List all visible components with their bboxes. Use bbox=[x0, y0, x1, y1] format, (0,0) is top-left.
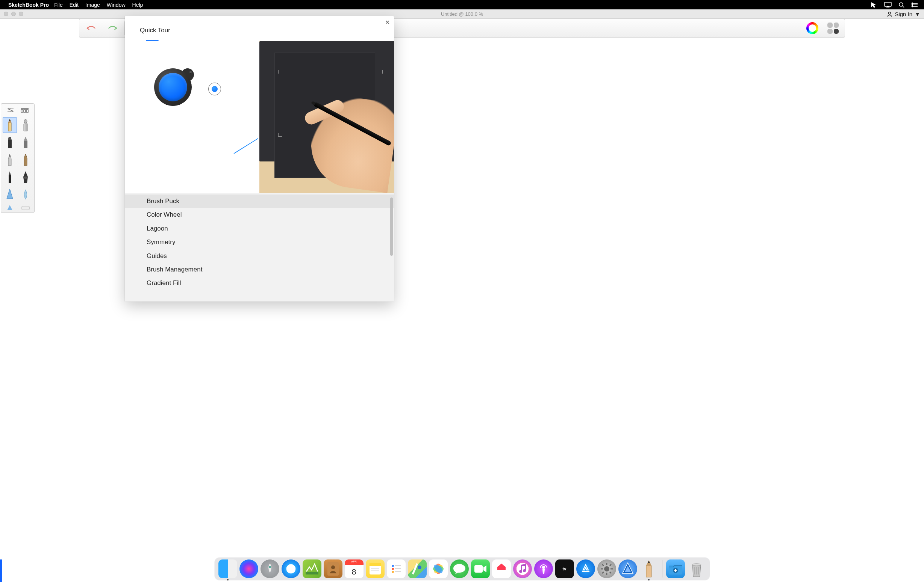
svg-point-46 bbox=[604, 566, 609, 572]
redo-button[interactable] bbox=[102, 21, 122, 35]
svg-point-45 bbox=[542, 566, 545, 569]
calendar-month: APR bbox=[345, 559, 363, 565]
dock-app-store[interactable] bbox=[576, 559, 595, 578]
svg-point-38 bbox=[417, 566, 421, 569]
spotlight-search-icon[interactable] bbox=[898, 2, 904, 8]
color-wheel-button[interactable] bbox=[803, 21, 822, 35]
svg-point-32 bbox=[392, 565, 394, 567]
close-icon: ✕ bbox=[385, 19, 390, 26]
brush-marker[interactable] bbox=[3, 135, 17, 150]
quick-tour-list-scroll[interactable]: Brush Puck Color Wheel Lagoon Symmetry G… bbox=[125, 193, 394, 301]
brush-smudge[interactable] bbox=[18, 186, 33, 202]
menubar-window[interactable]: Window bbox=[107, 2, 125, 8]
brush-ink[interactable] bbox=[18, 169, 33, 185]
dock-launchpad[interactable] bbox=[261, 559, 279, 578]
messages-icon bbox=[453, 563, 466, 575]
dock-xcode[interactable] bbox=[619, 559, 637, 578]
podcasts-icon bbox=[537, 562, 550, 575]
control-center-icon[interactable] bbox=[911, 2, 918, 8]
svg-point-12 bbox=[11, 110, 12, 112]
macos-menubar: SketchBook Pro File Edit Image Window He… bbox=[0, 0, 924, 9]
dock-photos[interactable] bbox=[429, 559, 448, 578]
tablet-demo-video bbox=[259, 41, 394, 193]
scrollbar-thumb[interactable] bbox=[390, 197, 393, 256]
dock-maps[interactable] bbox=[408, 559, 427, 578]
gear-icon bbox=[600, 562, 614, 575]
dock-safari[interactable] bbox=[282, 559, 300, 578]
close-button[interactable]: ✕ bbox=[383, 18, 391, 26]
panels-layout-icon bbox=[827, 23, 839, 34]
desktop: Untitled @ 100.0 % Sign In ▼ bbox=[0, 9, 924, 582]
dock-music[interactable] bbox=[513, 559, 532, 578]
undo-button[interactable] bbox=[82, 21, 101, 35]
tour-item-color-wheel[interactable]: Color Wheel bbox=[125, 208, 394, 222]
paint-icon bbox=[5, 187, 15, 201]
tour-item-symmetry[interactable]: Symmetry bbox=[125, 235, 394, 249]
brush-paint[interactable] bbox=[3, 186, 17, 202]
tour-item-lagoon[interactable]: Lagoon bbox=[125, 222, 394, 235]
brush-fine-liner[interactable] bbox=[3, 169, 17, 185]
assistive-cursor-icon[interactable] bbox=[871, 2, 878, 8]
tour-item-brush-puck[interactable]: Brush Puck bbox=[125, 194, 394, 208]
svg-rect-13 bbox=[21, 110, 23, 112]
brush-settings-icon[interactable] bbox=[7, 107, 14, 114]
dock-system-preferences[interactable] bbox=[597, 559, 616, 578]
brush-ballpoint[interactable] bbox=[3, 152, 17, 168]
menubar-file[interactable]: File bbox=[54, 2, 63, 8]
dock-messages[interactable] bbox=[450, 559, 469, 578]
brush-eraser[interactable] bbox=[18, 204, 33, 212]
pencil-icon bbox=[5, 118, 15, 132]
dock-trash[interactable] bbox=[687, 559, 706, 578]
dock-downloads[interactable] bbox=[666, 559, 685, 578]
color-puck-icon bbox=[208, 82, 221, 95]
panels-layout-button[interactable] bbox=[823, 21, 842, 35]
dock-separator bbox=[662, 560, 662, 577]
dock-news[interactable] bbox=[492, 559, 511, 578]
brush-palette[interactable] bbox=[1, 103, 35, 213]
dock-calendar[interactable]: APR 8 bbox=[345, 559, 363, 578]
dock-finder[interactable] bbox=[218, 559, 237, 578]
dock-reminders[interactable] bbox=[387, 559, 406, 578]
compass-icon bbox=[285, 562, 297, 575]
marker-icon bbox=[5, 136, 15, 149]
redo-arrow-icon bbox=[106, 25, 119, 31]
dock: APR 8 bbox=[0, 557, 924, 580]
screen-mirroring-icon[interactable] bbox=[884, 2, 892, 8]
svg-rect-24 bbox=[305, 572, 318, 574]
notes-icon bbox=[368, 561, 383, 576]
svg-point-33 bbox=[392, 568, 394, 570]
tour-item-gradient-fill[interactable]: Gradient Fill bbox=[125, 276, 394, 290]
svg-point-6 bbox=[912, 4, 913, 5]
svg-point-7 bbox=[912, 6, 913, 7]
brush-library-icon[interactable] bbox=[21, 107, 29, 114]
brush-chisel[interactable] bbox=[18, 135, 33, 150]
menubar-edit[interactable]: Edit bbox=[69, 2, 79, 8]
rocket-icon bbox=[262, 561, 277, 576]
svg-rect-19 bbox=[24, 141, 28, 148]
dock-sketchbook[interactable] bbox=[639, 559, 658, 578]
brush-pencil[interactable] bbox=[3, 117, 17, 133]
menubar-image[interactable]: Image bbox=[85, 2, 100, 8]
calendar-day: 8 bbox=[345, 565, 363, 578]
tour-item-guides[interactable]: Guides bbox=[125, 249, 394, 263]
ink-icon bbox=[21, 170, 30, 184]
dock-podcasts[interactable] bbox=[534, 559, 553, 578]
dock-notes[interactable] bbox=[366, 559, 384, 578]
ballpoint-icon bbox=[5, 153, 15, 166]
dock-activity-monitor[interactable] bbox=[303, 559, 322, 578]
menubar-app-name[interactable]: SketchBook Pro bbox=[8, 2, 49, 8]
svg-point-5 bbox=[912, 3, 913, 4]
dock-facetime[interactable] bbox=[471, 559, 490, 578]
menubar-help[interactable]: Help bbox=[132, 2, 143, 8]
dock-siri[interactable] bbox=[239, 559, 258, 578]
svg-point-57 bbox=[692, 564, 701, 566]
brush-airbrush[interactable] bbox=[18, 117, 33, 133]
appstore-icon bbox=[580, 563, 591, 574]
dock-tv[interactable]: tv bbox=[555, 559, 574, 578]
brush-brushpen[interactable] bbox=[18, 152, 33, 168]
tour-item-brush-management[interactable]: Brush Management bbox=[125, 263, 394, 276]
svg-point-1 bbox=[899, 3, 903, 7]
dock-contacts[interactable] bbox=[323, 559, 342, 578]
synthetic-icon bbox=[6, 204, 14, 211]
brush-synthetic[interactable] bbox=[3, 204, 17, 212]
